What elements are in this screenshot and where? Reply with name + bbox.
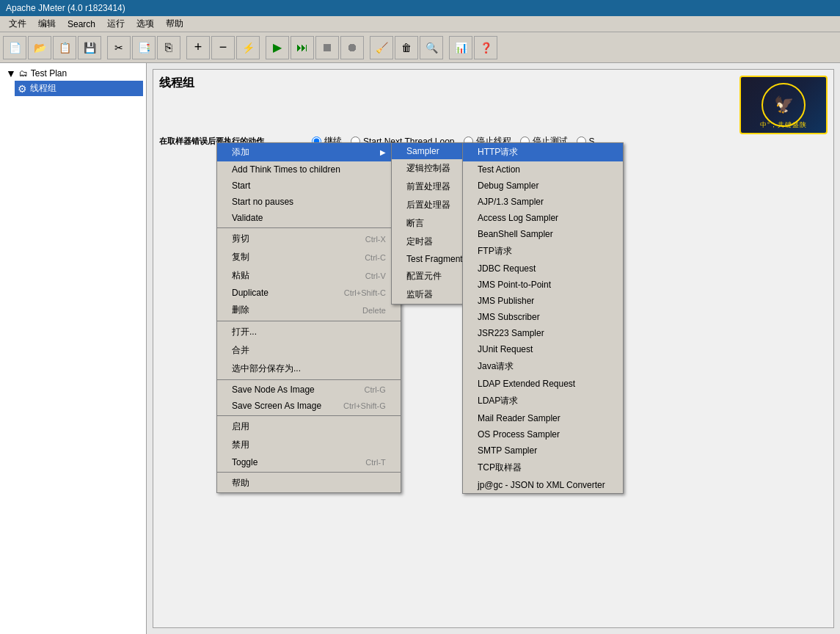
title-bar: Apache JMeter (4.0 r1823414) — [0, 0, 840, 16]
sep3 — [217, 379, 401, 380]
help-button[interactable]: ❓ — [474, 36, 497, 59]
ctx-jms-p2p[interactable]: JMS Point-to-Point — [463, 277, 623, 293]
cut-button[interactable]: ✂ — [107, 36, 131, 59]
copy-button[interactable]: 📑 — [132, 36, 156, 59]
ctx-paste[interactable]: 粘贴 Ctrl-V — [217, 266, 401, 285]
ctx-start[interactable]: Start — [217, 178, 401, 194]
collapse-button[interactable]: − — [211, 36, 235, 59]
ctx-copy[interactable]: 复制 Ctrl-C — [217, 248, 401, 266]
stop-all-button[interactable]: ⏺ — [340, 36, 364, 59]
stop-button[interactable]: ⏹ — [315, 36, 339, 59]
toolbar: 📄 📂 📋 💾 ✂ 📑 ⎘ + − ⚡ ▶ ⏭ ⏹ ⏺ 🧹 🗑 🔍 📊 ❓ — [0, 32, 840, 63]
ctx-debug-sampler[interactable]: Debug Sampler — [463, 178, 623, 194]
new-button[interactable]: 📄 — [3, 36, 26, 59]
tree-item-threadgroup[interactable]: ⚙ 线程组 — [15, 81, 143, 96]
ctx-test-action[interactable]: Test Action — [463, 161, 623, 178]
ctx-mail-reader[interactable]: Mail Reader Sampler — [463, 410, 623, 426]
tree-threadgroup-label: 线程组 — [30, 82, 56, 95]
ctx-http-request[interactable]: HTTP请求 — [463, 143, 623, 161]
clear-button[interactable]: 🧹 — [370, 36, 393, 59]
ctx-jpgc-json-xml[interactable]: jp@gc - JSON to XML Converter — [463, 477, 623, 493]
expand-button[interactable]: + — [186, 36, 210, 59]
ctx-validate[interactable]: Validate — [217, 210, 401, 226]
save-button[interactable]: 💾 — [78, 36, 101, 59]
start-nopause-button[interactable]: ⏭ — [291, 36, 314, 59]
ctx-help[interactable]: 帮助 — [217, 474, 401, 492]
context-menu-3: HTTP请求 Test Action Debug Sampler AJP/1.3… — [462, 142, 624, 494]
sep2 — [217, 321, 401, 321]
context-menu-1: 添加 ▶ Add Think Times to children Start S… — [216, 142, 401, 493]
open-button[interactable]: 📂 — [28, 36, 51, 59]
ctx-tcp-sampler[interactable]: TCP取样器 — [463, 459, 623, 477]
logo-area: 🦅 中°；共键盛陕 — [739, 76, 828, 134]
ctx-junit-request[interactable]: JUnit Request — [463, 341, 623, 357]
sep5 — [217, 472, 401, 473]
menu-options[interactable]: 选项 — [131, 16, 160, 32]
sep4 — [217, 415, 401, 416]
save-template-button[interactable]: 📋 — [53, 36, 76, 59]
ctx-add-think-times[interactable]: Add Think Times to children — [217, 161, 401, 178]
ctx-ldap-extended[interactable]: LDAP Extended Request — [463, 376, 623, 392]
ctx-os-process[interactable]: OS Process Sampler — [463, 426, 623, 442]
tree-testplan-icon2: 🗂 — [19, 68, 28, 79]
right-panel: 线程组 🦅 中°；共键盛陕 在取样器错误后要执行的动作 继续 Start Nex… — [147, 63, 840, 634]
main-area: ▼ 🗂 Test Plan ⚙ 线程组 线程组 🦅 中°；共键盛陕 在取样器错误… — [0, 63, 840, 634]
ctx-save-selection[interactable]: 选中部分保存为... — [217, 360, 401, 378]
ctx-add[interactable]: 添加 ▶ — [217, 143, 401, 161]
ctx-smtp-sampler[interactable]: SMTP Sampler — [463, 442, 623, 459]
ctx-cut[interactable]: 剪切 Ctrl-X — [217, 230, 401, 248]
start-button[interactable]: ▶ — [266, 36, 289, 59]
menu-search[interactable]: Search — [62, 18, 101, 31]
ctx-ftp-request[interactable]: FTP请求 — [463, 242, 623, 260]
paste-button[interactable]: ⎘ — [157, 36, 180, 59]
clear-all-button[interactable]: 🗑 — [395, 36, 418, 59]
ctx-open[interactable]: 打开... — [217, 323, 401, 341]
menu-help[interactable]: 帮助 — [160, 16, 189, 32]
menu-run[interactable]: 运行 — [101, 16, 131, 32]
title-text: Apache JMeter (4.0 r1823414) — [6, 3, 125, 13]
ctx-toggle[interactable]: Toggle Ctrl-T — [217, 454, 401, 470]
ctx-access-log-sampler[interactable]: Access Log Sampler — [463, 210, 623, 226]
ctx-duplicate[interactable]: Duplicate Ctrl+Shift-C — [217, 285, 401, 301]
ctx-enable[interactable]: 启用 — [217, 418, 401, 436]
menu-bar: 文件 编辑 Search 运行 选项 帮助 — [0, 16, 840, 32]
ctx-jms-publisher[interactable]: JMS Publisher — [463, 293, 623, 309]
ctx-add-arrow: ▶ — [380, 148, 386, 156]
tree-testplan-label: Test Plan — [31, 68, 67, 79]
ctx-save-screen-image[interactable]: Save Screen As Image Ctrl+Shift-G — [217, 398, 401, 414]
testplan-icon: ▼ — [6, 68, 16, 79]
panel-title: 线程组 — [159, 76, 828, 91]
menu-edit[interactable]: 编辑 — [32, 16, 62, 32]
ctx-jdbc-request[interactable]: JDBC Request — [463, 260, 623, 277]
ctx-ldap-request[interactable]: LDAP请求 — [463, 392, 623, 410]
toggle-button[interactable]: ⚡ — [236, 36, 260, 59]
ctx-java-request[interactable]: Java请求 — [463, 357, 623, 376]
menu-file[interactable]: 文件 — [3, 16, 32, 32]
tree-item-testplan[interactable]: ▼ 🗂 Test Plan — [3, 66, 143, 81]
ctx-start-no-pause[interactable]: Start no pauses — [217, 194, 401, 210]
ctx-jms-subscriber[interactable]: JMS Subscriber — [463, 309, 623, 325]
search-button[interactable]: 🔍 — [420, 36, 443, 59]
threadgroup-gear-icon: ⚙ — [18, 83, 27, 95]
ctx-beanshell-sampler[interactable]: BeanShell Sampler — [463, 226, 623, 242]
sep1 — [217, 227, 401, 228]
ctx-merge[interactable]: 合并 — [217, 341, 401, 360]
logo-text: 中°；共键盛陕 — [760, 120, 808, 130]
ctx-disable[interactable]: 禁用 — [217, 436, 401, 454]
ctx-ajp-sampler[interactable]: AJP/1.3 Sampler — [463, 194, 623, 210]
ctx-delete[interactable]: 删除 Delete — [217, 301, 401, 319]
ctx-jsr223-sampler[interactable]: JSR223 Sampler — [463, 325, 623, 341]
ctx-save-node-image[interactable]: Save Node As Image Ctrl-G — [217, 382, 401, 398]
tree-panel: ▼ 🗂 Test Plan ⚙ 线程组 — [0, 63, 147, 634]
report-button[interactable]: 📊 — [449, 36, 472, 59]
